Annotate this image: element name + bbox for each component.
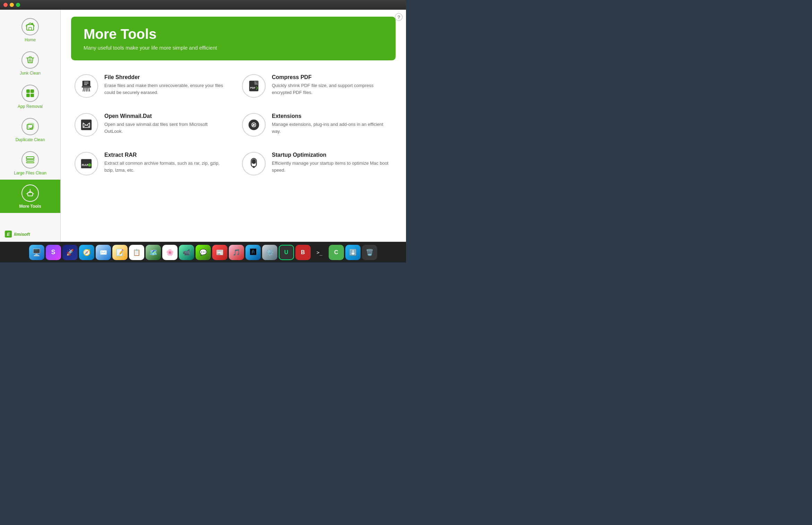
svg-rect-4 bbox=[31, 89, 34, 93]
more-tools-icon bbox=[21, 184, 39, 202]
tool-compress-pdf[interactable]: PDF Compress PDF Quickly shrink PDF file… bbox=[239, 71, 396, 101]
dock-trash[interactable]: 🗑️ bbox=[362, 245, 377, 260]
tool-open-winmail[interactable]: Open Winmail.Dat Open and save winmail.d… bbox=[71, 110, 228, 140]
dock-bbedit[interactable]: B bbox=[295, 245, 311, 260]
file-shredder-desc: Erase files and make them unrecoverable,… bbox=[104, 82, 225, 96]
svg-point-2 bbox=[31, 23, 33, 25]
elimisoft-logo-icon: E bbox=[5, 231, 12, 238]
svg-rect-12 bbox=[28, 192, 33, 196]
dock-ubar[interactable]: U bbox=[279, 245, 294, 260]
dock-notes[interactable]: 📝 bbox=[112, 245, 128, 260]
extensions-name: Extensions bbox=[272, 113, 392, 119]
svg-rect-6 bbox=[31, 94, 34, 97]
extract-rar-desc: Extract all common archive formats, such… bbox=[104, 160, 225, 173]
sidebar-junk-label: Junk Clean bbox=[20, 71, 41, 76]
svg-rect-5 bbox=[26, 94, 30, 97]
extensions-icon: e bbox=[242, 113, 266, 137]
sidebar-duplicate-label: Duplicate Clean bbox=[16, 137, 45, 142]
svg-rect-3 bbox=[26, 89, 30, 93]
svg-text:RAR: RAR bbox=[82, 163, 89, 167]
extract-rar-text: Extract RAR Extract all common archive f… bbox=[104, 152, 225, 173]
open-winmail-desc: Open and save winmail.dat files sent fro… bbox=[104, 121, 225, 135]
file-shredder-name: File Shredder bbox=[104, 74, 225, 80]
sidebar-item-junk-clean[interactable]: Junk Clean bbox=[0, 46, 60, 80]
maximize-button[interactable] bbox=[16, 3, 20, 7]
sidebar-app-removal-label: App Removal bbox=[18, 104, 43, 109]
svg-rect-10 bbox=[26, 160, 34, 161]
tool-extract-rar[interactable]: RAR ↓ Extract RAR Extract all common arc… bbox=[71, 148, 228, 179]
elimisoft-brand-label: limisoft bbox=[14, 232, 30, 237]
close-button[interactable] bbox=[3, 3, 8, 7]
compress-pdf-desc: Quickly shrink PDF file size, and suppor… bbox=[272, 82, 392, 96]
dock-appstore[interactable]: 🅰 bbox=[245, 245, 261, 260]
app-window: Home Junk Clean bbox=[0, 10, 406, 242]
titlebar bbox=[0, 0, 406, 10]
sidebar-item-large-files-clean[interactable]: Large Files Clean bbox=[0, 146, 60, 180]
extract-rar-name: Extract RAR bbox=[104, 152, 225, 158]
dock-photos[interactable]: 🌸 bbox=[162, 245, 178, 260]
sidebar-item-duplicate-clean[interactable]: Duplicate Clean bbox=[0, 113, 60, 146]
startup-optimization-name: Startup Optimization bbox=[272, 152, 392, 158]
open-winmail-name: Open Winmail.Dat bbox=[104, 113, 225, 119]
minimize-button[interactable] bbox=[10, 3, 14, 7]
svg-rect-1 bbox=[29, 27, 32, 30]
dock-news[interactable]: 📰 bbox=[212, 245, 227, 260]
sidebar-item-app-removal[interactable]: App Removal bbox=[0, 80, 60, 113]
dock-mail[interactable]: ✉️ bbox=[96, 245, 111, 260]
sidebar-item-more-tools[interactable]: More Tools bbox=[0, 180, 60, 213]
dock-cleaner[interactable]: C bbox=[329, 245, 344, 260]
tools-grid: File Shredder Erase files and make them … bbox=[71, 71, 396, 179]
large-files-icon bbox=[21, 151, 39, 169]
sidebar-home-label: Home bbox=[25, 37, 36, 42]
compress-pdf-text: Compress PDF Quickly shrink PDF file siz… bbox=[272, 74, 392, 96]
startup-optimization-icon bbox=[242, 152, 266, 175]
svg-point-30 bbox=[253, 166, 255, 168]
dock-messages[interactable]: 💬 bbox=[196, 245, 211, 260]
home-icon bbox=[21, 18, 39, 35]
sidebar-item-home[interactable]: Home bbox=[0, 13, 60, 46]
extensions-desc: Manage extensions, plug-ins and add-ons … bbox=[272, 121, 392, 135]
tool-startup-optimization[interactable]: Startup Optimization Efficiently manage … bbox=[239, 148, 396, 179]
dock-finder[interactable]: 🖥️ bbox=[29, 245, 44, 260]
file-shredder-text: File Shredder Erase files and make them … bbox=[104, 74, 225, 96]
app-removal-icon bbox=[21, 85, 39, 102]
dock-siri[interactable]: S bbox=[46, 245, 61, 260]
duplicate-clean-icon bbox=[21, 118, 39, 135]
dock-system-prefs[interactable]: ⚙️ bbox=[262, 245, 277, 260]
tool-file-shredder[interactable]: File Shredder Erase files and make them … bbox=[71, 71, 228, 101]
tool-extensions[interactable]: e Extensions Manage extensions, plug-ins… bbox=[239, 110, 396, 140]
svg-rect-18 bbox=[81, 120, 92, 130]
dock-launchpad[interactable]: 🚀 bbox=[62, 245, 78, 260]
sidebar-large-files-label: Large Files Clean bbox=[14, 171, 46, 175]
file-shredder-icon bbox=[75, 74, 98, 98]
dock-music[interactable]: 🎵 bbox=[229, 245, 244, 260]
svg-text:↓: ↓ bbox=[89, 163, 90, 167]
dock-reminders[interactable]: 📋 bbox=[129, 245, 144, 260]
open-winmail-icon bbox=[75, 113, 98, 137]
svg-rect-11 bbox=[26, 162, 34, 163]
sidebar-more-tools-label: More Tools bbox=[19, 204, 41, 209]
open-winmail-text: Open Winmail.Dat Open and save winmail.d… bbox=[104, 113, 225, 135]
svg-rect-9 bbox=[26, 157, 34, 159]
extensions-text: Extensions Manage extensions, plug-ins a… bbox=[272, 113, 392, 135]
dock: 🖥️ S 🚀 🧭 ✉️ 📝 📋 🗺️ 🌸 📹 💬 📰 🎵 bbox=[0, 242, 406, 262]
sidebar-footer: E limisoft bbox=[0, 226, 60, 242]
main-content: ? More Tools Many useful tools make your… bbox=[61, 10, 406, 242]
dock-safari[interactable]: 🧭 bbox=[79, 245, 94, 260]
help-button[interactable]: ? bbox=[395, 13, 403, 21]
traffic-lights bbox=[3, 3, 20, 7]
compress-pdf-icon: PDF bbox=[242, 74, 266, 98]
banner-title: More Tools bbox=[84, 26, 383, 42]
startup-optimization-desc: Efficiently manage your startup items to… bbox=[272, 160, 392, 173]
svg-point-23 bbox=[253, 124, 255, 126]
startup-optimization-text: Startup Optimization Efficiently manage … bbox=[272, 152, 392, 173]
sidebar: Home Junk Clean bbox=[0, 10, 61, 242]
banner-subtitle: Many useful tools make your life more si… bbox=[84, 45, 383, 51]
dock-facetime[interactable]: 📹 bbox=[179, 245, 194, 260]
svg-rect-13 bbox=[83, 81, 90, 87]
dock-downloads[interactable]: ⬇️ bbox=[345, 245, 361, 260]
extract-rar-icon: RAR ↓ bbox=[75, 152, 98, 175]
dock-terminal[interactable]: >_ bbox=[312, 245, 327, 260]
svg-text:PDF: PDF bbox=[250, 86, 256, 89]
dock-maps[interactable]: 🗺️ bbox=[146, 245, 161, 260]
